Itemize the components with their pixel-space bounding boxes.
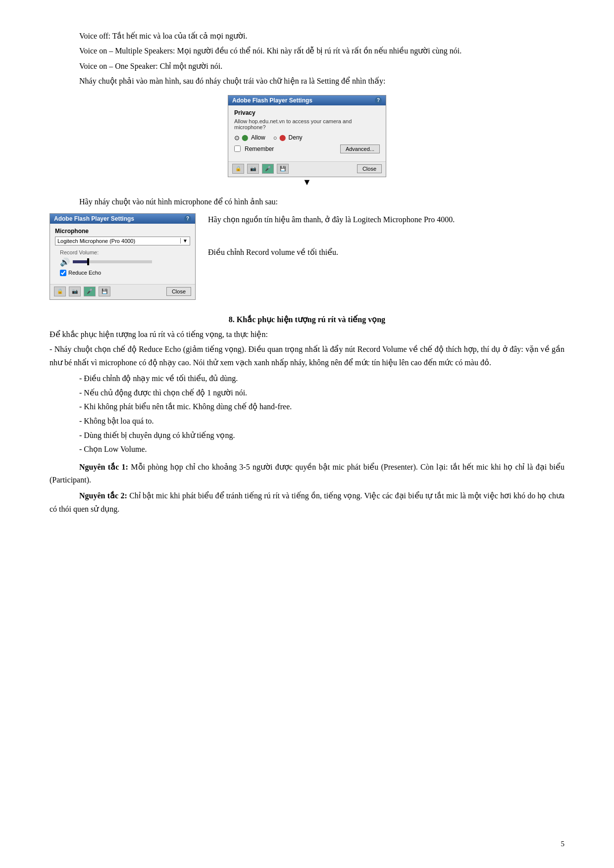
section8-bullet4: - Khi không phát biểu nên tắt mic. Không… [79, 400, 564, 413]
deny-radio-dot: ○ [273, 134, 277, 142]
privacy-section-label: Privacy [234, 109, 380, 116]
adjust-volume-text: Điều chỉnh Record volume về tối thiểu. [208, 248, 338, 256]
footer-icons-2: 🔒 📷 🎤 💾 [54, 287, 110, 296]
volume-icon: 🔊 [60, 257, 70, 267]
camera-footer-icon: 📷 [247, 164, 259, 174]
flash-dialog2-body: Microphone Logitech Microphone (Pro 4000… [50, 224, 195, 284]
section8-bullet5: - Không bật loa quá to. [79, 415, 564, 428]
reduce-echo-row: Reduce Echo [55, 270, 190, 276]
flash-dialog1-title-text: Adobe Flash Player Settings [232, 97, 312, 104]
instructions-column: Hãy chọn nguồn tín hiệu âm thanh, ở đây … [208, 213, 564, 261]
remember-checkbox[interactable] [234, 145, 241, 152]
microphone-dropdown[interactable]: Logitech Microphone (Pro 4000) ▼ [55, 237, 190, 245]
flash-dialog1: Adobe Flash Player Settings ? Privacy Al… [228, 95, 386, 191]
flash-dialog1-footer: 🔒 📷 🎤 💾 Close [228, 161, 386, 177]
voice-off-line: Voice off: Tắt hết mic và loa của tất cả… [50, 30, 564, 43]
section8-bullet7-text: - Chọn Low Volume. [79, 445, 147, 453]
dropdown-arrow-icon: ▼ [180, 238, 188, 243]
principle1: Nguyên tắc 1: Mỗi phòng họp chỉ cho khoả… [50, 461, 564, 487]
flash-dialog2-title-text: Adobe Flash Player Settings [54, 215, 134, 222]
storage-footer-icon-2: 💾 [99, 287, 110, 296]
mic-footer-icon: 🎤 [262, 164, 274, 174]
right-click-instruction: Nháy chuột phải vào màn hình, sau đó nhá… [50, 75, 564, 88]
camera-footer-icon-2: 📷 [69, 287, 81, 296]
allow-radio-dot: ⊙ [234, 134, 240, 142]
volume-slider[interactable] [73, 260, 152, 263]
section8-bullet3-text: - Nếu chủ động được thì chọn chế độ 1 ng… [79, 388, 247, 397]
allow-radio[interactable]: ⊙ ⬤ Allow [234, 134, 265, 142]
footer-icons: 🔒 📷 🎤 💾 [232, 164, 289, 174]
volume-fill [73, 260, 89, 263]
voice-off-text: Voice off: Tắt hết mic và loa của tất cả… [79, 32, 248, 40]
dialog2-column: Adobe Flash Player Settings ? Microphone… [50, 213, 198, 300]
allow-label: Allow [251, 134, 265, 141]
flash-dialog1-box: Adobe Flash Player Settings ? Privacy Al… [228, 95, 386, 177]
flash-dialog1-title: Adobe Flash Player Settings ? [228, 96, 386, 105]
close-button-2[interactable]: Close [166, 287, 191, 296]
section8-bullet5-text: - Không bật loa quá to. [79, 417, 154, 425]
adjust-volume-para: Điều chỉnh Record volume về tối thiểu. [208, 246, 564, 259]
voice-on-multiple-line: Voice on – Multiple Speakers: Mọi người … [50, 45, 564, 57]
flash-dialog2-title: Adobe Flash Player Settings ? [50, 214, 195, 224]
principle2-bold: Nguyên tắc 2: [79, 491, 127, 500]
volume-handle [87, 258, 89, 265]
help-icon-2[interactable]: ? [184, 215, 191, 222]
section8-bullet6: - Dùng thiết bị chuyên dụng có khử tiếng… [79, 429, 564, 442]
click-mic-instruction: Hãy nháy chuột vào nút hình microphone đ… [50, 195, 564, 208]
two-col-section: Adobe Flash Player Settings ? Microphone… [50, 213, 564, 300]
page-number: 5 [561, 840, 565, 848]
volume-slider-row: 🔊 [55, 257, 190, 267]
click-mic-text: Hãy nháy chuột vào nút hình microphone đ… [79, 197, 278, 206]
deny-radio[interactable]: ○ ⬤ Deny [273, 134, 303, 142]
arrow-down: ▼ [228, 177, 386, 188]
principle2: Nguyên tắc 2: Chỉ bật mic khi phát biểu … [50, 489, 564, 516]
section8-intro-text: Để khắc phục hiện tượng loa rú rít và có… [50, 330, 268, 338]
voice-on-one-line: Voice on – One Speaker: Chỉ một người nó… [50, 60, 564, 73]
mic-footer-icon-2: 🎤 [84, 287, 96, 296]
section8-bullet1-text: - Nháy chuột chọn chế độ Reduce Echo (gi… [50, 345, 564, 366]
section8-bullet2-text: - Điều chỉnh độ nhạy mic về tối thiểu, đ… [79, 374, 238, 383]
choose-source-text: Hãy chọn nguồn tín hiệu âm thanh, ở đây … [208, 215, 455, 224]
storage-footer-icon: 💾 [277, 164, 289, 174]
remember-label: Remember [245, 145, 274, 152]
reduce-echo-checkbox[interactable] [60, 270, 66, 276]
section8-title: 8. Khắc phục hiện tượng rú rít và tiếng … [229, 315, 385, 324]
reduce-echo-label: Reduce Echo [68, 270, 101, 276]
deny-label: Deny [289, 134, 303, 141]
principle2-text: Chỉ bật mic khi phát biểu để tránh tiếng… [50, 491, 564, 513]
dialog1-container: Adobe Flash Player Settings ? Privacy Al… [50, 95, 564, 191]
flash-dialog2-box: Adobe Flash Player Settings ? Microphone… [50, 213, 196, 300]
section8-bullet2: - Điều chỉnh độ nhạy mic về tối thiểu, đ… [79, 372, 564, 385]
microphone-section-label: Microphone [55, 228, 190, 235]
help-icon[interactable]: ? [375, 97, 382, 104]
section8-header: 8. Khắc phục hiện tượng rú rít và tiếng … [50, 315, 564, 324]
page: Voice off: Tắt hết mic và loa của tất cả… [0, 0, 614, 868]
advanced-button[interactable]: Advanced... [340, 145, 380, 153]
privacy-footer-icon: 🔒 [232, 164, 244, 174]
flash-dialog2-footer: 🔒 📷 🎤 💾 Close [50, 284, 195, 299]
section8-bullet3: - Nếu chủ động được thì chọn chế độ 1 ng… [79, 386, 564, 399]
section8-bullet7: - Chọn Low Volume. [79, 443, 564, 456]
privacy-footer-icon-2: 🔒 [54, 287, 66, 296]
right-click-text: Nháy chuột phải vào màn hình, sau đó nhá… [79, 77, 385, 85]
privacy-text: Allow hop.edu.net.vn to access your came… [234, 118, 380, 130]
principle1-bold: Nguyên tắc 1: [79, 463, 128, 471]
section8-bullet4-text: - Khi không phát biểu nên tắt mic. Không… [79, 402, 292, 411]
record-volume-label: Record Volume: [55, 249, 190, 255]
choose-source-para: Hãy chọn nguồn tín hiệu âm thanh, ở đây … [208, 213, 564, 226]
section8-intro: Để khắc phục hiện tượng loa rú rít và có… [50, 328, 564, 341]
voice-on-one-text: Voice on – One Speaker: Chỉ một người nó… [79, 62, 222, 70]
voice-on-multiple-text: Voice on – Multiple Speakers: Mọi người … [79, 47, 461, 55]
allow-deny-row: ⊙ ⬤ Allow ○ ⬤ Deny [234, 134, 380, 142]
flash-dialog1-body: Privacy Allow hop.edu.net.vn to access y… [228, 105, 386, 161]
close-button-1[interactable]: Close [357, 164, 382, 173]
remember-row: Remember Advanced... [234, 145, 380, 153]
section8-bullet1: - Nháy chuột chọn chế độ Reduce Echo (gi… [50, 343, 564, 369]
mic-dropdown-value: Logitech Microphone (Pro 4000) [57, 238, 180, 244]
section8-bullet6-text: - Dùng thiết bị chuyên dụng có khử tiếng… [79, 431, 235, 439]
